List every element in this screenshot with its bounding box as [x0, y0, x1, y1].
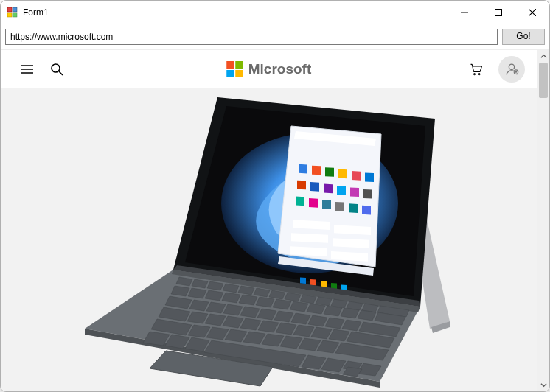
maximize-button[interactable] [481, 1, 515, 24]
url-input[interactable] [5, 29, 498, 45]
browser-viewport: Microsoft [1, 50, 549, 391]
svg-rect-16 [365, 172, 374, 182]
close-button[interactable] [515, 1, 549, 24]
svg-rect-18 [310, 182, 319, 192]
brand-name: Microsoft [248, 61, 312, 77]
brand-logo[interactable]: Microsoft [226, 61, 312, 77]
svg-rect-14 [338, 169, 347, 179]
hero-section [1, 89, 537, 391]
titlebar: Form1 [1, 1, 549, 24]
app-window: Form1 Go! [0, 0, 550, 392]
svg-point-8 [509, 64, 514, 69]
go-button[interactable]: Go! [502, 29, 545, 45]
svg-rect-13 [325, 167, 334, 177]
svg-rect-22 [363, 189, 372, 199]
svg-rect-36 [310, 279, 316, 286]
svg-rect-35 [300, 278, 306, 284]
scroll-down-button[interactable] [537, 379, 549, 391]
app-icon [7, 7, 18, 18]
svg-point-6 [473, 74, 475, 75]
svg-rect-1 [13, 7, 17, 12]
svg-rect-17 [297, 181, 306, 190]
svg-point-7 [478, 74, 480, 75]
microsoft-logo-icon [226, 61, 243, 77]
svg-rect-15 [352, 171, 361, 181]
svg-rect-23 [296, 197, 304, 206]
svg-rect-12 [312, 166, 321, 175]
scroll-thumb[interactable] [539, 63, 548, 98]
svg-rect-20 [337, 186, 346, 195]
svg-rect-25 [322, 200, 331, 209]
svg-rect-27 [349, 203, 358, 213]
svg-rect-11 [299, 164, 307, 174]
svg-rect-4 [495, 9, 502, 15]
svg-rect-2 [7, 13, 12, 17]
cart-button[interactable] [462, 55, 491, 84]
svg-rect-19 [324, 184, 333, 194]
svg-rect-28 [362, 206, 371, 215]
minimize-button[interactable] [448, 1, 481, 24]
svg-rect-26 [335, 202, 344, 211]
svg-point-5 [52, 64, 60, 72]
window-title: Form1 [23, 7, 49, 18]
webpage: Microsoft [1, 50, 537, 391]
scroll-up-button[interactable] [537, 50, 549, 63]
search-button[interactable] [42, 55, 72, 84]
url-bar-row: Go! [1, 24, 549, 50]
scroll-track[interactable] [537, 63, 549, 379]
menu-button[interactable] [13, 55, 42, 84]
product-image [63, 93, 476, 388]
site-header: Microsoft [1, 50, 537, 89]
svg-rect-24 [309, 198, 318, 208]
svg-rect-21 [350, 187, 359, 197]
svg-rect-3 [13, 13, 17, 17]
svg-rect-0 [7, 7, 12, 12]
account-button[interactable] [498, 56, 525, 83]
vertical-scrollbar[interactable] [537, 50, 549, 391]
